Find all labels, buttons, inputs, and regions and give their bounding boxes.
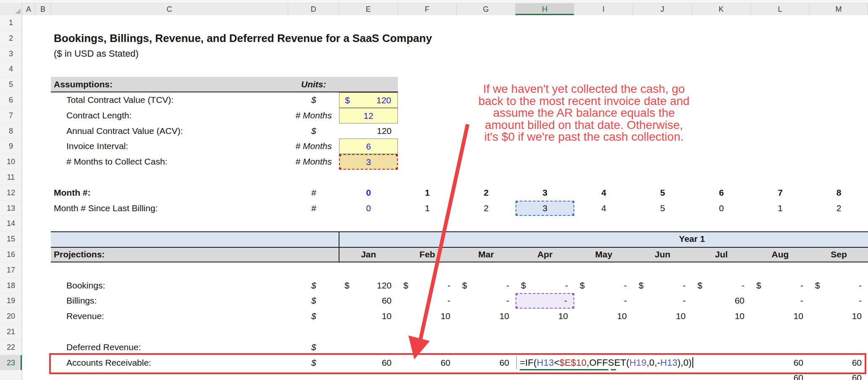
row-header-5[interactable]: 5 (0, 77, 22, 92)
row-header-18[interactable]: 18 (0, 278, 22, 294)
cell-month-header-L[interactable]: Aug (751, 247, 810, 262)
row-header-14[interactable]: 14 (0, 216, 22, 231)
cell-billings-I[interactable]: - (574, 293, 633, 309)
row-header-16[interactable]: 16 (0, 247, 22, 262)
column-header-H[interactable]: H (516, 3, 574, 15)
cell-revenue-L[interactable]: 10 (751, 309, 810, 324)
row-header-13[interactable]: 13 (0, 201, 22, 216)
column-header-D[interactable]: D (288, 3, 339, 15)
cell-billings-M[interactable]: - (810, 293, 868, 309)
cell-month-number-H[interactable]: 3 (516, 185, 574, 201)
cell-month-since-billing-K[interactable]: 0 (692, 201, 751, 216)
input-invoice-interval[interactable]: 6 (339, 139, 398, 154)
cell-bookings-E[interactable]: $120 (339, 278, 398, 294)
row-header-20[interactable]: 20 (0, 309, 22, 324)
cell-bookings-K[interactable]: $- (692, 278, 751, 294)
cell-revenue-I[interactable]: 10 (574, 309, 633, 324)
cell-revenue-G[interactable]: 10 (457, 309, 516, 324)
cell-month-header-G[interactable]: Mar (457, 247, 516, 262)
input-months-to-collect-ref-highlight[interactable]: 3 (339, 154, 398, 170)
cell-month-header-F[interactable]: Feb (398, 247, 457, 262)
cell-billings-L[interactable]: - (751, 293, 810, 309)
formula-editor[interactable]: =IF(H13<$E$10,OFFSET(H19,0,-H13),0) (516, 356, 693, 369)
cell-billings-G[interactable]: - (457, 293, 516, 309)
column-header-K[interactable]: K (692, 3, 751, 15)
cell-bookings-L[interactable]: $- (751, 278, 810, 294)
cell-bookings-I[interactable]: $- (574, 278, 633, 294)
cell-billings-F[interactable]: - (398, 293, 457, 309)
column-header-M[interactable]: M (810, 3, 868, 15)
cell-month-number-F[interactable]: 1 (398, 185, 457, 201)
cell-month-header-M[interactable]: Sep (810, 247, 868, 262)
row-header-3[interactable]: 3 (0, 46, 22, 62)
cell-month-since-billing-F[interactable]: 1 (398, 201, 457, 216)
cell-month-since-billing-J[interactable]: 5 (633, 201, 692, 216)
column-header-C[interactable]: C (51, 3, 288, 15)
cell-bookings-J[interactable]: $- (633, 278, 692, 294)
cell-bookings-F[interactable]: $- (398, 278, 457, 294)
cell-month-since-billing-M[interactable]: 2 (810, 201, 868, 216)
row-header-10[interactable]: 10 (0, 154, 22, 170)
row-header-1[interactable]: 1 (0, 15, 22, 31)
cell-billings-J[interactable]: - (633, 293, 692, 309)
row-header-8[interactable]: 8 (0, 123, 22, 139)
row-header-2[interactable]: 2 (0, 31, 22, 46)
cell-month-header-K[interactable]: Jul (692, 247, 751, 262)
row-header-17[interactable]: 17 (0, 262, 22, 278)
cell-bookings-H[interactable]: $- (516, 278, 574, 294)
cell-month-header-I[interactable]: May (574, 247, 633, 262)
column-header-E[interactable]: E (339, 3, 398, 15)
cell-month-header-J[interactable]: Jun (633, 247, 692, 262)
column-header-L[interactable]: L (751, 3, 810, 15)
cell-month-since-billing-I[interactable]: 4 (574, 201, 633, 216)
row-header-11[interactable]: 11 (0, 170, 22, 185)
row-header-21[interactable]: 21 (0, 324, 22, 340)
row-header-9[interactable]: 9 (0, 139, 22, 154)
input-tcv[interactable]: $ 120 (339, 92, 398, 108)
column-header-I[interactable]: I (574, 3, 633, 15)
cell-month-since-billing-H[interactable]: 3 (516, 201, 574, 216)
label-tcv: Total Contract Value (TCV): (66, 92, 295, 108)
row-header-19[interactable]: 19 (0, 293, 22, 309)
cell-month-number-L[interactable]: 7 (751, 185, 810, 201)
cell-month-header-H[interactable]: Apr (516, 247, 574, 262)
cell-revenue-F[interactable]: 10 (398, 309, 457, 324)
column-header-F[interactable]: F (398, 3, 457, 15)
cell-revenue-E[interactable]: 10 (339, 309, 398, 324)
value-acv[interactable]: 120 (339, 123, 398, 139)
cell-bookings-G[interactable]: $- (457, 278, 516, 294)
row-header-23[interactable]: 23 (0, 355, 22, 371)
cell-month-number-E[interactable]: 0 (339, 185, 398, 201)
row-header-4[interactable]: 4 (0, 61, 22, 77)
column-header-G[interactable]: G (457, 3, 516, 15)
cell-billings-K[interactable]: 60 (692, 293, 751, 309)
cell-month-number-J[interactable]: 5 (633, 185, 692, 201)
cell-revenue-J[interactable]: 10 (633, 309, 692, 324)
label-month-number: Month #: (54, 185, 283, 201)
column-header-A[interactable]: A (22, 3, 35, 15)
cell-month-number-M[interactable]: 8 (810, 185, 868, 201)
column-header-J[interactable]: J (633, 3, 692, 15)
cell-month-since-billing-L[interactable]: 1 (751, 201, 810, 216)
row-header-22[interactable]: 22 (0, 340, 22, 355)
cell-month-since-billing-E[interactable]: 0 (339, 201, 398, 216)
formula-underline-dash (611, 369, 616, 370)
select-all-corner[interactable] (0, 3, 22, 15)
row-header-7[interactable]: 7 (0, 108, 22, 123)
row-header-6[interactable]: 6 (0, 92, 22, 108)
cell-month-number-K[interactable]: 6 (692, 185, 751, 201)
column-header-B[interactable]: B (35, 3, 51, 15)
cell-revenue-K[interactable]: 10 (692, 309, 751, 324)
row-header-15[interactable]: 15 (0, 231, 22, 247)
row-header-12[interactable]: 12 (0, 185, 22, 201)
cell-month-since-billing-G[interactable]: 2 (457, 201, 516, 216)
cell-month-number-G[interactable]: 2 (457, 185, 516, 201)
cell-month-header-E[interactable]: Jan (339, 247, 398, 262)
cell-revenue-H[interactable]: 10 (516, 309, 574, 324)
input-contract-length[interactable]: 12 (339, 108, 398, 123)
cell-bookings-M[interactable]: $- (810, 278, 868, 294)
cell-month-number-I[interactable]: 4 (574, 185, 633, 201)
cell-billings-H[interactable]: - (516, 293, 574, 309)
cell-billings-E[interactable]: 60 (339, 293, 398, 309)
cell-revenue-M[interactable]: 10 (810, 309, 868, 324)
